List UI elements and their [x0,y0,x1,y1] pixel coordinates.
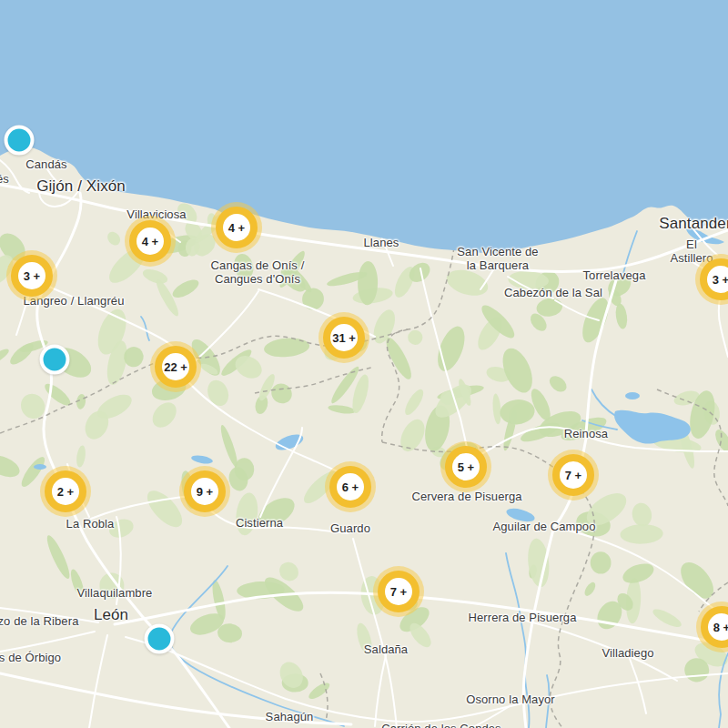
cluster-count-label: 2 + [57,485,74,499]
cluster-count-label: 31 + [332,331,356,345]
cluster-marker[interactable]: 7 + [378,571,420,612]
cluster-count-label: 22 + [164,360,187,374]
cluster-marker[interactable]: 4 + [216,207,258,248]
cluster-count-label: 7 + [390,585,407,599]
cluster-marker[interactable]: 2 + [45,470,86,512]
markers-layer: 3 +4 +4 +3 +31 +22 +2 +9 +6 +5 +7 +7 +8 … [0,0,728,728]
cluster-count-label: 5 + [458,460,474,474]
cluster-count-label: 4 + [142,235,158,248]
cluster-count-label: 3 + [713,273,728,287]
map-canvas[interactable]: ésCandásGijón / XixónVillaviciosaCangas … [0,0,728,728]
cluster-count-label: 8 + [713,621,728,634]
cluster-marker[interactable]: 5 + [445,446,487,488]
cluster-count-label: 4 + [228,221,245,235]
cluster-marker[interactable]: 31 + [323,317,365,359]
cluster-count-label: 3 + [24,269,40,283]
cluster-marker[interactable]: 6 + [329,466,371,508]
cluster-marker[interactable]: 22 + [155,346,197,388]
poi-dot-marker[interactable] [40,345,70,375]
cluster-marker[interactable]: 4 + [129,220,171,262]
cluster-marker[interactable]: 9 + [184,470,226,512]
cluster-marker[interactable]: 8 + [701,606,728,648]
poi-dot-marker[interactable] [5,126,35,156]
cluster-marker[interactable]: 7 + [552,454,594,496]
cluster-count-label: 6 + [342,480,359,494]
cluster-marker[interactable]: 3 + [700,258,728,300]
poi-dot-marker[interactable] [145,624,175,654]
cluster-count-label: 9 + [197,485,213,499]
cluster-count-label: 7 + [565,469,581,482]
cluster-marker[interactable]: 3 + [11,255,53,297]
